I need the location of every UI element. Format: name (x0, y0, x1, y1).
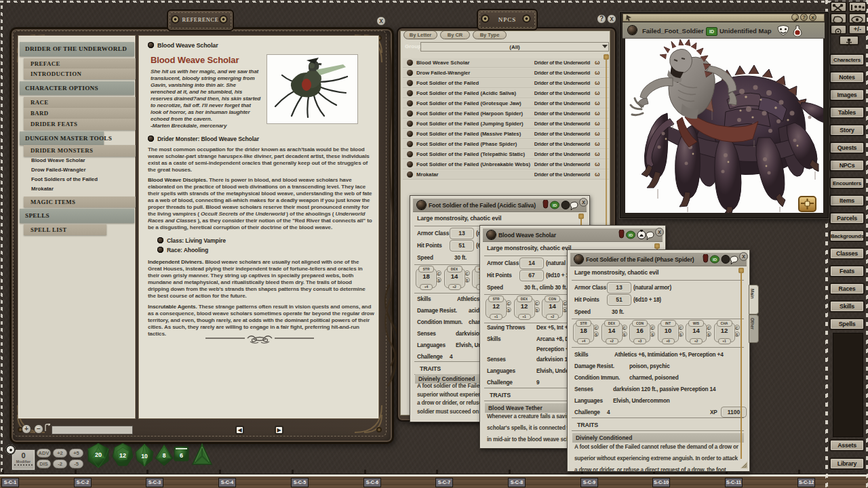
svg-text:8: 8 (163, 452, 166, 459)
svg-text:ID: ID (629, 233, 633, 237)
svg-text:ID: ID (553, 203, 557, 207)
svg-text:10: 10 (141, 453, 148, 460)
svg-text:20: 20 (95, 451, 102, 458)
svg-text:ID: ID (713, 258, 717, 262)
svg-text:6: 6 (180, 452, 183, 459)
svg-text:12: 12 (119, 452, 126, 459)
